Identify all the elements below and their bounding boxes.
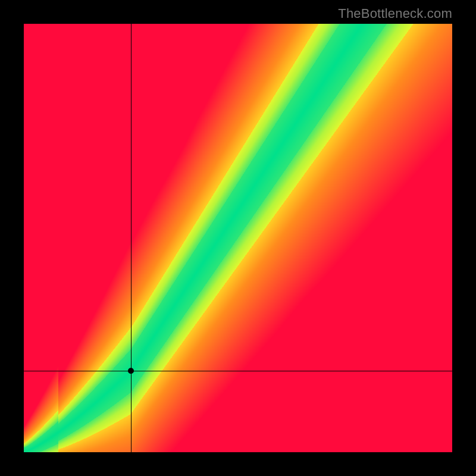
heatmap-canvas [24,24,452,452]
heatmap-plot [24,24,452,452]
watermark-text: TheBottleneck.com [338,6,452,21]
chart-frame: TheBottleneck.com [0,0,476,476]
